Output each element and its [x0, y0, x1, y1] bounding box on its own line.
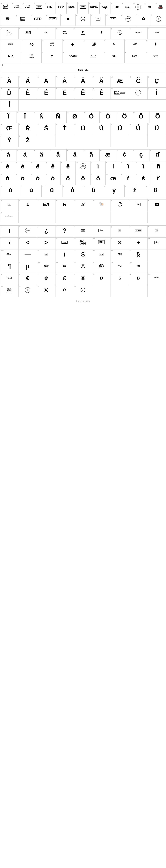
index-s: s — [22, 52, 23, 53]
glyph-B2: B — [137, 276, 140, 280]
cell-B: B SQUIB MARSA — [11, 2, 23, 14]
glyph-agrave: à — [7, 151, 10, 157]
glyph-euro: € — [26, 275, 30, 281]
svg-text:Saro: Saro — [21, 18, 25, 20]
cell-a-acute: á á — [17, 150, 33, 161]
idx-Aring: Å — [56, 76, 57, 78]
cell-u-circ: û û — [83, 185, 104, 197]
glyph-yacute: ý — [112, 187, 116, 193]
glyph-ostroke: ø — [21, 175, 25, 181]
glyph-num-5-shell: 🐚 — [99, 202, 104, 207]
glyph-Scaron: Š — [44, 125, 48, 131]
cell-cap-C-caron: Č Č — [129, 76, 148, 88]
glyph-lt: < — [26, 239, 30, 246]
cell-A: A III — [0, 2, 11, 14]
index-k: k — [22, 40, 23, 41]
glyph-Simp: Simp — [6, 253, 12, 255]
glyph-stamp: Saro — [20, 16, 26, 22]
svg-text:III: III — [4, 7, 5, 8]
cell-r: r RR — [0, 51, 21, 63]
cell-j: j SQUIB — [0, 39, 21, 51]
glyph-registered: ® — [99, 263, 104, 269]
glyph-Agrave: À — [7, 78, 11, 84]
index-O: O — [156, 3, 157, 4]
glyph-acirc: â — [73, 151, 77, 157]
glyph-Auml: Ä — [44, 78, 48, 84]
cell-u-acute: ú ú — [21, 185, 42, 197]
cell-Y: Y ✿ — [136, 14, 151, 26]
cell-9-empty-1 — [19, 211, 37, 223]
cell-I: I SONY. — [89, 2, 100, 14]
glyph-Uring: Ů — [136, 125, 140, 131]
cell-SM: SM SM — [129, 261, 148, 273]
cell-r-caron: ř ř — [121, 173, 136, 185]
row-jq: j SQUIB k ·SQ l U1BBCARE m ● n 𝒟 o 7a p … — [0, 39, 166, 51]
cell-b: b ACE — [19, 28, 37, 39]
glyph-squib-marsa-2: SQUIBMARSA — [24, 5, 32, 9]
glyph-ucirc: û — [91, 187, 95, 193]
cell-u-uml: ü ü — [42, 185, 63, 197]
glyph-inc-squib: INC.SQUIB — [80, 163, 86, 169]
cell-4: 4 S — [74, 199, 92, 211]
row-lower-accent-1: a à á á ä ä å å â â ã ã æ æ č č — [0, 149, 166, 161]
cell-v: v Su — [83, 51, 104, 63]
cell-on-reg: ON® ON® — [111, 249, 129, 261]
glyph-ecirc: ê — [66, 163, 70, 169]
glyph-ccedil: ç — [139, 151, 143, 157]
glyph-squ-diagno: SQUDiagno — [29, 54, 34, 58]
cell-cap-U-acute: Ú Ú — [92, 123, 111, 135]
glyph-RE: RE™ — [154, 277, 159, 279]
cell-cap-OE: Œ Œ — [0, 123, 19, 135]
row-punct-5: 0 Zeal € € ¢ ¢ £ £ ¥ ¥ B B — [0, 273, 166, 285]
glyph-syntel: SYNTEL — [78, 69, 88, 71]
cell-empty-6 — [129, 135, 148, 147]
cell-final-empty-2 — [111, 285, 129, 297]
cell-D: D SQU — [33, 2, 44, 14]
cell-pound: £ £ — [55, 273, 74, 285]
glyph-E: E — [81, 30, 85, 35]
cell-e: e E — [74, 28, 92, 39]
cell-micro: µ µ — [19, 261, 37, 273]
index-b: b — [19, 28, 20, 29]
glyph-ibb: IBB* — [58, 6, 64, 8]
cell-8: 8 SH — [148, 199, 166, 211]
glyph-squ-j: SQU — [102, 5, 109, 8]
glyph-Oacute: Ó — [106, 113, 110, 120]
cell-o-uml: ö ö — [60, 173, 76, 185]
glyph-reg-final: ® — [44, 287, 48, 293]
glyph-sella: Sella — [110, 18, 116, 21]
glyph-slash: / — [64, 251, 66, 257]
cell-caret: ^ ^ — [55, 285, 74, 297]
glyph-caret: ^ — [63, 287, 66, 293]
cell-empty-7 — [148, 135, 166, 147]
cell-M: M III — [133, 2, 144, 14]
index-p: p — [125, 40, 126, 41]
glyph-Ouml: Ö — [122, 113, 127, 120]
cell-n: n 𝒟 — [83, 39, 104, 51]
svg-text:SQ: SQ — [119, 32, 121, 34]
glyph-times: × — [118, 239, 122, 246]
cell-yen: ¥ ¥ — [74, 273, 92, 285]
cell-K: K 1BB — [111, 2, 122, 14]
cell-F: F IBB* — [55, 2, 67, 14]
glyph-Iuml: Ï — [8, 113, 9, 120]
glyph-drum: III — [3, 4, 9, 10]
cell-cap-R-caron: Ř Ř — [19, 123, 37, 135]
index-e: e — [75, 28, 75, 29]
cell-a-tilde: ã ã — [83, 150, 100, 161]
glyph-sun: Sun — [153, 55, 158, 58]
idx-Ecirc: Ê — [93, 88, 94, 90]
idx-Acirc: Â — [75, 76, 76, 78]
index-u: u — [63, 52, 64, 53]
cell-a-circ: â â — [67, 150, 83, 161]
glyph-Ecirc: Ê — [99, 90, 103, 96]
cell-o-acute: ó ó — [45, 173, 60, 185]
footer: FontPark.com — [0, 298, 166, 303]
cell-empty-3 — [74, 135, 92, 147]
cell-a-uml: ä ä — [33, 150, 50, 161]
glyph-eszett: ß — [154, 187, 158, 193]
cell-final-empty-4 — [148, 285, 166, 297]
index-R: R — [31, 14, 32, 16]
glyph-yen: ¥ — [81, 275, 85, 281]
cell-cap-U-ring: Ů Ů — [129, 123, 148, 135]
